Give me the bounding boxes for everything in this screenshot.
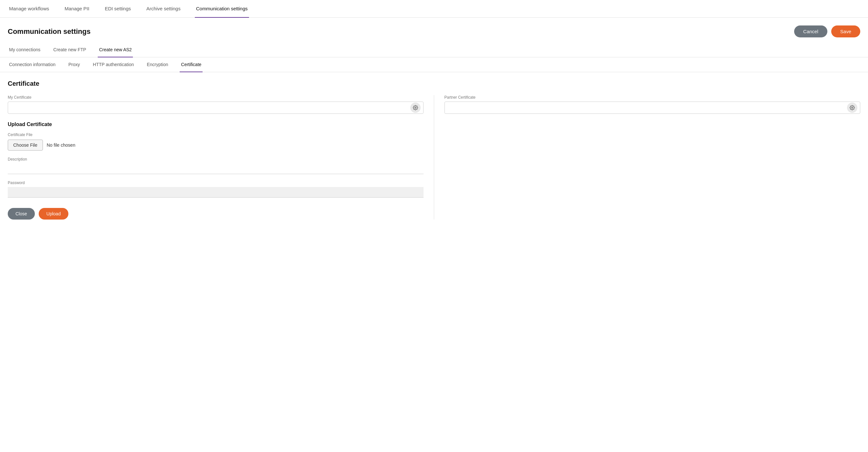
top-navigation: Manage workflows Manage PII EDI settings… bbox=[0, 0, 868, 18]
tab-create-new-as2[interactable]: Create new AS2 bbox=[98, 42, 133, 57]
partner-certificate-label: Partner Certificate bbox=[444, 95, 861, 100]
partner-certificate-field-wrapper bbox=[444, 102, 861, 114]
two-column-layout: My Certificate Upload Certificate Certif… bbox=[8, 95, 860, 220]
save-button[interactable]: Save bbox=[831, 26, 860, 37]
description-label: Description bbox=[8, 157, 424, 162]
file-input-row: Choose File No file chosen bbox=[8, 139, 424, 151]
partner-certificate-input[interactable] bbox=[447, 102, 847, 114]
partner-certificate-gear-button[interactable] bbox=[847, 102, 857, 113]
top-nav-archive-settings[interactable]: Archive settings bbox=[145, 0, 182, 18]
upload-button[interactable]: Upload bbox=[39, 208, 68, 220]
top-nav-edi-settings[interactable]: EDI settings bbox=[103, 0, 132, 18]
cancel-button[interactable]: Cancel bbox=[794, 26, 827, 37]
page-header: Communication settings Cancel Save bbox=[0, 18, 868, 42]
my-certificate-gear-button[interactable] bbox=[410, 102, 421, 113]
upload-certificate-title: Upload Certificate bbox=[8, 122, 424, 127]
secondary-navigation: Connection information Proxy HTTP authen… bbox=[0, 57, 868, 72]
top-nav-manage-pii[interactable]: Manage PII bbox=[63, 0, 91, 18]
gear-icon bbox=[413, 105, 418, 110]
tab-create-new-ftp[interactable]: Create new FTP bbox=[52, 42, 87, 57]
tab-connection-information[interactable]: Connection information bbox=[8, 57, 57, 72]
header-actions: Cancel Save bbox=[794, 26, 860, 37]
description-input[interactable] bbox=[8, 163, 424, 174]
svg-point-0 bbox=[415, 107, 416, 108]
close-button[interactable]: Close bbox=[8, 208, 35, 220]
my-certificate-label: My Certificate bbox=[8, 95, 424, 100]
password-input[interactable] bbox=[8, 187, 424, 198]
partner-gear-icon bbox=[849, 105, 855, 110]
top-nav-communication-settings[interactable]: Communication settings bbox=[195, 0, 249, 18]
tab-proxy[interactable]: Proxy bbox=[67, 57, 81, 72]
certificate-file-label: Certificate File bbox=[8, 132, 424, 137]
top-nav-manage-workflows[interactable]: Manage workflows bbox=[8, 0, 50, 18]
right-column: Partner Certificate bbox=[434, 95, 861, 220]
tab-my-connections[interactable]: My connections bbox=[8, 42, 41, 57]
my-certificate-input[interactable] bbox=[11, 102, 410, 114]
password-label: Password bbox=[8, 181, 424, 185]
choose-file-button[interactable]: Choose File bbox=[8, 139, 43, 151]
tab-encryption[interactable]: Encryption bbox=[146, 57, 169, 72]
sub-navigation: My connections Create new FTP Create new… bbox=[0, 42, 868, 57]
content-area: Certificate My Certificate Upload Certif… bbox=[0, 72, 868, 227]
bottom-actions: Close Upload bbox=[8, 208, 424, 220]
no-file-text: No file chosen bbox=[47, 142, 75, 148]
left-column: My Certificate Upload Certificate Certif… bbox=[8, 95, 434, 220]
certificate-section-title: Certificate bbox=[8, 80, 860, 87]
page-title: Communication settings bbox=[8, 27, 91, 36]
tab-http-authentication[interactable]: HTTP authentication bbox=[92, 57, 135, 72]
my-certificate-field-wrapper bbox=[8, 102, 424, 114]
tab-certificate[interactable]: Certificate bbox=[180, 57, 203, 72]
svg-point-1 bbox=[851, 107, 853, 108]
